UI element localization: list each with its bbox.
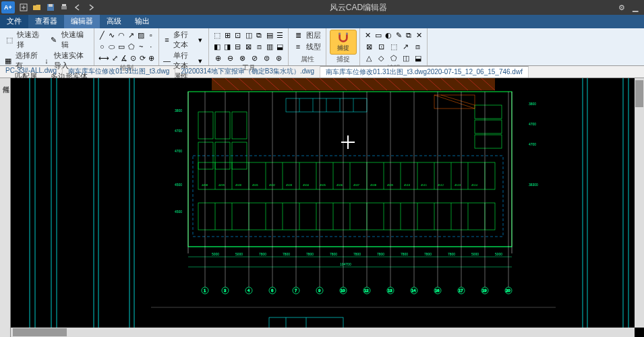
e4-icon[interactable]: ✎ bbox=[395, 30, 403, 40]
snap-button[interactable]: 捕捉 bbox=[330, 30, 357, 55]
t5-icon[interactable]: ⧉ bbox=[255, 30, 263, 40]
t13-icon[interactable]: ▥ bbox=[266, 41, 274, 52]
svg-text:7800: 7800 bbox=[283, 252, 290, 256]
e3-icon[interactable]: ◐ bbox=[384, 30, 392, 40]
e13-icon[interactable]: ◇ bbox=[376, 53, 386, 63]
e12-icon[interactable]: △ bbox=[364, 53, 374, 63]
t3-icon[interactable]: ⊡ bbox=[234, 30, 242, 40]
t2-icon[interactable]: ⊞ bbox=[224, 30, 232, 40]
open-icon[interactable] bbox=[31, 1, 43, 13]
block-icon[interactable]: ▫ bbox=[148, 30, 155, 40]
dim-icon[interactable]: ⟷ bbox=[98, 53, 109, 63]
mtext-button[interactable]: ≡多行文本▾ bbox=[163, 30, 204, 50]
vertical-scrollbar-thumb[interactable] bbox=[635, 80, 643, 107]
new-icon[interactable] bbox=[18, 1, 30, 13]
t17-icon[interactable]: ⊗ bbox=[237, 53, 247, 63]
mtext-icon: ≡ bbox=[163, 34, 171, 45]
polygon-icon[interactable]: ⬠ bbox=[128, 41, 136, 52]
dim2-icon[interactable]: ⤢ bbox=[112, 53, 118, 63]
circle-icon[interactable]: ○ bbox=[98, 41, 106, 52]
redo-icon[interactable] bbox=[85, 1, 97, 13]
svg-text:9: 9 bbox=[318, 288, 321, 293]
doc-tab-4[interactable]: 南车库车位修改01.31出图_t3.dwg2020-07-15_12_06_15… bbox=[320, 66, 529, 78]
svg-text:6: 6 bbox=[271, 288, 274, 293]
svg-rect-46 bbox=[232, 112, 247, 139]
t15-icon[interactable]: ⊕ bbox=[213, 53, 223, 63]
t12-icon[interactable]: ⧈ bbox=[255, 41, 263, 52]
horizontal-scrollbar-thumb[interactable] bbox=[13, 328, 67, 336]
svg-rect-88 bbox=[475, 120, 502, 133]
t14-icon[interactable]: ⬓ bbox=[276, 41, 284, 52]
e10-icon[interactable]: ↗ bbox=[401, 41, 411, 52]
t8-icon[interactable]: ◧ bbox=[213, 41, 221, 52]
linetype-button[interactable]: ≡线型 bbox=[293, 41, 322, 52]
t6-icon[interactable]: ▤ bbox=[266, 30, 274, 40]
window-title: 风云CAD编辑器 bbox=[100, 2, 617, 13]
side-panel-prop[interactable]: 属性 bbox=[1, 81, 10, 334]
hatch-icon[interactable]: ▨ bbox=[138, 30, 145, 40]
ribbon-group-snap: 捕捉 捕捉 bbox=[326, 28, 360, 65]
doc-tab-2[interactable]: 南车库车位修改01.31出图_t3.dwg bbox=[63, 66, 175, 78]
menu-export[interactable]: 输出 bbox=[128, 15, 156, 28]
menu-editor[interactable]: 编辑器 bbox=[64, 15, 100, 28]
t4-icon[interactable]: ◫ bbox=[245, 30, 253, 40]
rect-icon[interactable]: ▭ bbox=[118, 41, 125, 52]
e5-icon[interactable]: ⧉ bbox=[405, 30, 413, 40]
menu-bar: 文件 查看器 编辑器 高级 输出 bbox=[0, 15, 644, 28]
polyline-icon[interactable]: ∿ bbox=[109, 30, 116, 40]
quick-select[interactable]: ⬚快速选择✎快速编辑 bbox=[4, 30, 90, 50]
undo-icon[interactable] bbox=[71, 1, 84, 13]
save-icon[interactable] bbox=[45, 1, 57, 13]
e14-icon[interactable]: ⬠ bbox=[388, 53, 398, 63]
svg-rect-89 bbox=[475, 135, 502, 148]
svg-rect-86 bbox=[193, 156, 503, 237]
e9-icon[interactable]: ⬚ bbox=[388, 41, 398, 52]
point-icon[interactable]: · bbox=[148, 41, 155, 52]
svg-text:104700: 104700 bbox=[340, 262, 351, 266]
print-icon[interactable] bbox=[58, 1, 70, 13]
layer-button[interactable]: ≣图层 bbox=[293, 30, 322, 40]
menu-advanced[interactable]: 高级 bbox=[100, 15, 128, 28]
e8-icon[interactable]: ⊡ bbox=[376, 41, 386, 52]
t20-icon[interactable]: ⊛ bbox=[274, 53, 284, 63]
leader-icon[interactable]: ↗ bbox=[128, 30, 136, 40]
vertical-scrollbar[interactable] bbox=[635, 78, 644, 328]
spline-icon[interactable]: ~ bbox=[138, 41, 145, 52]
dim4-icon[interactable]: ⊙ bbox=[130, 53, 136, 63]
minimize-icon[interactable]: ▁ bbox=[631, 3, 640, 12]
doc-tab-3[interactable]: 20200314地下室报审（确定B3集水坑）.dwg bbox=[175, 66, 320, 78]
line-icon[interactable]: ╱ bbox=[98, 30, 106, 40]
dim5-icon[interactable]: ⟳ bbox=[140, 53, 146, 63]
cad-canvas[interactable]: 1 3 4 6 7 9 10 12 13 14 16 17 19 20 5000… bbox=[11, 78, 644, 337]
t10-icon[interactable]: ⊟ bbox=[234, 41, 242, 52]
e16-icon[interactable]: ⬓ bbox=[413, 53, 423, 63]
ribbon: ⬚快速选择✎快速编辑 ▦选择所有↓快速实体导入 ≡匹配属性⬠多边形实体输入 选择… bbox=[0, 28, 644, 66]
e15-icon[interactable]: ◫ bbox=[401, 53, 411, 63]
t7-icon[interactable]: ☰ bbox=[276, 30, 284, 40]
t11-icon[interactable]: ⊠ bbox=[245, 41, 253, 52]
t18-icon[interactable]: ⊘ bbox=[250, 53, 260, 63]
e6-icon[interactable]: ✕ bbox=[415, 30, 423, 40]
e1-icon[interactable]: ✕ bbox=[364, 30, 372, 40]
side-panel[interactable]: 属性 绘图编辑 bbox=[0, 78, 11, 337]
e7-icon[interactable]: ⊠ bbox=[364, 41, 374, 52]
e11-icon[interactable]: ⧈ bbox=[413, 41, 423, 52]
t16-icon[interactable]: ⊖ bbox=[225, 53, 235, 63]
e2-icon[interactable]: ▭ bbox=[374, 30, 382, 40]
svg-rect-4 bbox=[49, 4, 53, 7]
cad-drawing: 1 3 4 6 7 9 10 12 13 14 16 17 19 20 5000… bbox=[11, 78, 644, 337]
t19-icon[interactable]: ⊜ bbox=[262, 53, 272, 63]
doc-tab-1[interactable]: PC-33#-ALL.dwg bbox=[0, 66, 63, 78]
menu-file[interactable]: 文件 bbox=[0, 15, 28, 28]
ellipse-icon[interactable]: ⬭ bbox=[109, 41, 116, 52]
arc-icon[interactable]: ◠ bbox=[118, 30, 125, 40]
settings-icon[interactable]: ⚙ bbox=[617, 3, 626, 12]
dim6-icon[interactable]: ⊕ bbox=[148, 53, 154, 63]
svg-text:5000: 5000 bbox=[212, 252, 219, 256]
menu-viewer[interactable]: 查看器 bbox=[28, 15, 64, 28]
svg-text:19: 19 bbox=[482, 288, 487, 293]
t9-icon[interactable]: ◨ bbox=[224, 41, 232, 52]
t1-icon[interactable]: ⬚ bbox=[213, 30, 221, 40]
dim3-icon[interactable]: ∡ bbox=[121, 53, 127, 63]
horizontal-scrollbar[interactable] bbox=[11, 328, 635, 337]
